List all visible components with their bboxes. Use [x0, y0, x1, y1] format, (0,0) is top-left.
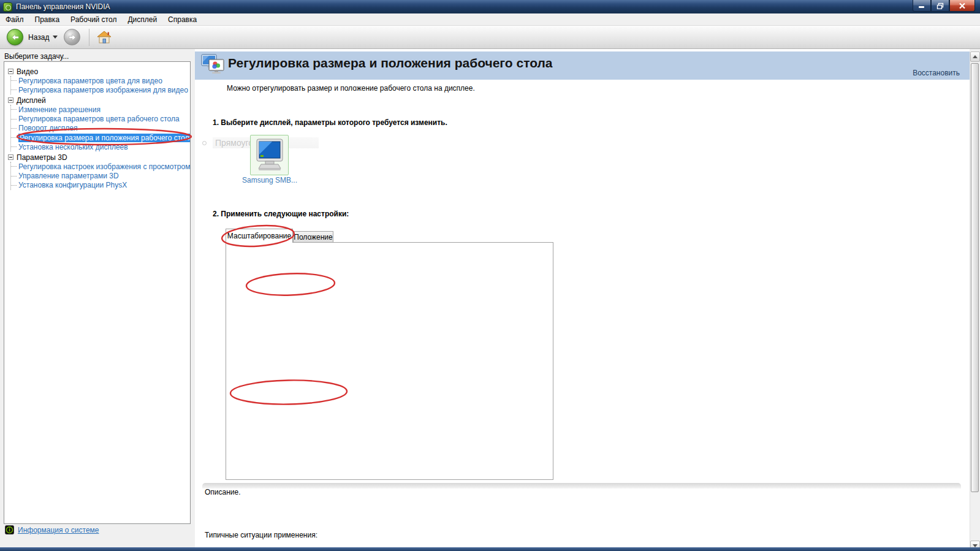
- task-tree: Видео Регулировка параметров цвета для в…: [4, 61, 191, 524]
- typical-usage-label: Типичные ситуации применения:: [205, 531, 317, 539]
- collapse-icon[interactable]: [8, 154, 13, 160]
- tab-scaling[interactable]: Масштабирование: [226, 229, 293, 243]
- scaling-tab-panel: [226, 242, 553, 480]
- tab-position[interactable]: Положение: [293, 231, 333, 243]
- tree-item[interactable]: Регулировка параметров изображения для в…: [11, 85, 189, 94]
- restore-button[interactable]: Восстановить: [913, 69, 960, 77]
- menu-desktop[interactable]: Рабочий стол: [65, 14, 122, 25]
- scroll-up-icon: [973, 55, 978, 58]
- menu-bar: Файл Правка Рабочий стол Дисплей Справка: [0, 13, 980, 26]
- display-settings-icon: [201, 54, 226, 77]
- menu-file[interactable]: Файл: [0, 14, 29, 25]
- back-label: Назад: [28, 33, 49, 42]
- menu-display[interactable]: Дисплей: [122, 14, 162, 25]
- restore-icon: [936, 2, 944, 9]
- collapse-icon[interactable]: [8, 97, 13, 103]
- close-button[interactable]: [949, 0, 975, 12]
- tree-item[interactable]: Регулировка параметров цвета для видео: [11, 76, 189, 85]
- scrollbar-thumb[interactable]: [971, 63, 979, 492]
- tree-item[interactable]: Установка конфигурации PhysX: [11, 181, 189, 190]
- tree-group-video: Видео Регулировка параметров цвета для в…: [8, 67, 189, 94]
- close-icon: [959, 2, 966, 9]
- system-info-icon: [5, 525, 14, 534]
- nvidia-app-icon: [3, 2, 12, 12]
- vertical-scrollbar[interactable]: [970, 51, 979, 551]
- forward-arrow-icon: [67, 32, 77, 42]
- restore-button[interactable]: [931, 0, 949, 12]
- window-bottom-border: [0, 547, 980, 551]
- step2-title: 2. Применить следующие настройки:: [213, 210, 349, 218]
- scroll-up-button[interactable]: [970, 51, 980, 62]
- collapse-icon[interactable]: [8, 69, 13, 74]
- bullet-icon: [202, 141, 207, 145]
- navigation-toolbar: Назад: [0, 26, 980, 49]
- tree-item[interactable]: Поворот дисплея: [11, 124, 189, 133]
- display-name[interactable]: Samsung SMB...: [233, 176, 306, 184]
- tree-item[interactable]: Управление параметрами 3D: [11, 172, 189, 181]
- tree-item[interactable]: Изменение разрешения: [11, 105, 189, 114]
- minimize-button[interactable]: [913, 0, 931, 12]
- content-section-edge: [202, 483, 961, 488]
- toolbar-separator: [89, 29, 89, 46]
- page-title: Регулировка размера и положения рабочего…: [228, 56, 553, 70]
- nvidia-control-panel-window: Панель управления NVIDIA Файл Правка Раб…: [0, 0, 980, 551]
- menu-edit[interactable]: Правка: [29, 14, 66, 25]
- description-label: Описание.: [205, 488, 241, 496]
- step1-title: 1. Выберите дисплей, параметры которого …: [213, 118, 447, 127]
- home-icon[interactable]: [97, 31, 112, 44]
- display-tile[interactable]: [250, 135, 289, 175]
- page-header-band: Регулировка размера и положения рабочего…: [195, 51, 970, 80]
- back-button[interactable]: [7, 29, 23, 45]
- tree-item[interactable]: Установка нескольких дисплеев: [11, 142, 189, 151]
- window-title: Панель управления NVIDIA: [16, 2, 110, 11]
- crt-monitor-icon: [253, 138, 287, 172]
- tree-group-display: Дисплей Изменение разрешения Регулировка…: [8, 96, 189, 151]
- page-subtitle: Можно отрегулировать размер и положение …: [227, 84, 475, 93]
- system-info-link[interactable]: Информация о системе: [18, 526, 99, 534]
- tree-item[interactable]: Регулировка параметров цвета рабочего ст…: [11, 115, 189, 124]
- forward-button[interactable]: [64, 29, 80, 45]
- sidebar-header: Выберите задачу...: [4, 52, 69, 61]
- tree-item[interactable]: Регулировка настроек изображения с просм…: [11, 162, 189, 171]
- back-arrow-icon: [10, 32, 20, 42]
- title-bar: Панель управления NVIDIA: [0, 0, 980, 13]
- minimize-icon: [918, 2, 925, 9]
- tree-item-selected[interactable]: Регулировка размера и положения рабочего…: [11, 133, 189, 142]
- back-history-dropdown-icon[interactable]: [53, 36, 58, 39]
- tree-group-3d: Параметры 3D Регулировка настроек изобра…: [8, 153, 189, 190]
- menu-help[interactable]: Справка: [162, 14, 202, 25]
